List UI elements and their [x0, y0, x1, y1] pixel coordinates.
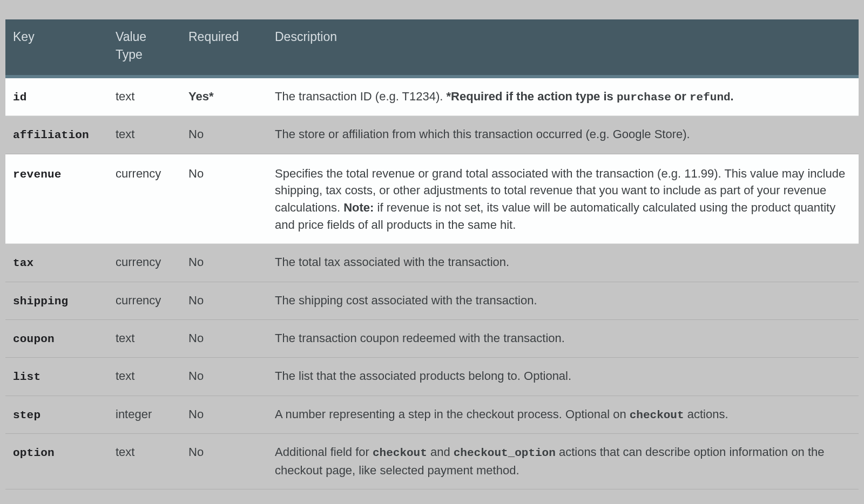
key-text: affiliation [13, 129, 89, 141]
table-row: optiontextNoAdditional field for checkou… [5, 434, 859, 489]
cell-description: The store or affiliation from which this… [267, 116, 859, 154]
cell-description: A number representing a step in the chec… [267, 396, 859, 434]
key-text: shipping [13, 295, 68, 308]
cell-description: The total tax associated with the transa… [267, 244, 859, 282]
table-row: listtextNoThe list that the associated p… [5, 358, 859, 396]
key-text: coupon [13, 333, 55, 345]
cell-description: The transaction coupon redeemed with the… [267, 320, 859, 358]
cell-required: No [181, 320, 267, 358]
table-row: idtextYes*The transaction ID (e.g. T1234… [5, 78, 859, 116]
table-row: affiliationtextNoThe store or affiliatio… [5, 116, 859, 154]
table-header: Key Value Type Required Description [5, 19, 859, 78]
table-body: idtextYes*The transaction ID (e.g. T1234… [5, 78, 859, 489]
cell-key: tax [5, 244, 108, 282]
table-row: shippingcurrencyNoThe shipping cost asso… [5, 282, 859, 320]
table-row: coupontextNoThe transaction coupon redee… [5, 320, 859, 358]
cell-key: revenue [5, 154, 108, 244]
cell-description: The list that the associated products be… [267, 358, 859, 396]
cell-value-type: text [108, 320, 181, 358]
table-row: revenuecurrencyNoSpecifies the total rev… [5, 154, 859, 244]
cell-required: No [181, 434, 267, 489]
key-text: id [13, 91, 27, 104]
cell-required: No [181, 396, 267, 434]
col-header-key: Key [5, 19, 108, 78]
cell-key: id [5, 78, 108, 116]
cell-value-type: currency [108, 282, 181, 320]
key-text: revenue [13, 168, 62, 181]
key-text: step [13, 409, 40, 421]
cell-value-type: text [108, 358, 181, 396]
cell-required: No [181, 358, 267, 396]
cell-required: No [181, 116, 267, 154]
cell-description: The shipping cost associated with the tr… [267, 282, 859, 320]
table-row: taxcurrencyNoThe total tax associated wi… [5, 244, 859, 282]
key-text: option [13, 447, 55, 459]
cell-key: option [5, 434, 108, 489]
col-header-required: Required [181, 19, 267, 78]
cell-required: Yes* [181, 78, 267, 116]
key-text: tax [13, 257, 33, 269]
col-header-value-type: Value Type [108, 19, 181, 78]
table-row: stepintegerNoA number representing a ste… [5, 396, 859, 434]
cell-description: The transaction ID (e.g. T1234). *Requir… [267, 78, 859, 116]
cell-required: No [181, 154, 267, 244]
cell-value-type: integer [108, 396, 181, 434]
cell-key: step [5, 396, 108, 434]
cell-key: list [5, 358, 108, 396]
cell-key: affiliation [5, 116, 108, 154]
cell-value-type: text [108, 78, 181, 116]
cell-key: coupon [5, 320, 108, 358]
cell-key: shipping [5, 282, 108, 320]
cell-value-type: currency [108, 244, 181, 282]
cell-required: No [181, 244, 267, 282]
col-header-description: Description [267, 19, 859, 78]
cell-value-type: text [108, 434, 181, 489]
key-text: list [13, 371, 40, 383]
cell-description: Additional field for checkout and checko… [267, 434, 859, 489]
action-data-table: Key Value Type Required Description idte… [5, 19, 859, 489]
cell-required: No [181, 282, 267, 320]
cell-value-type: currency [108, 154, 181, 244]
cell-value-type: text [108, 116, 181, 154]
cell-description: Specifies the total revenue or grand tot… [267, 154, 859, 244]
